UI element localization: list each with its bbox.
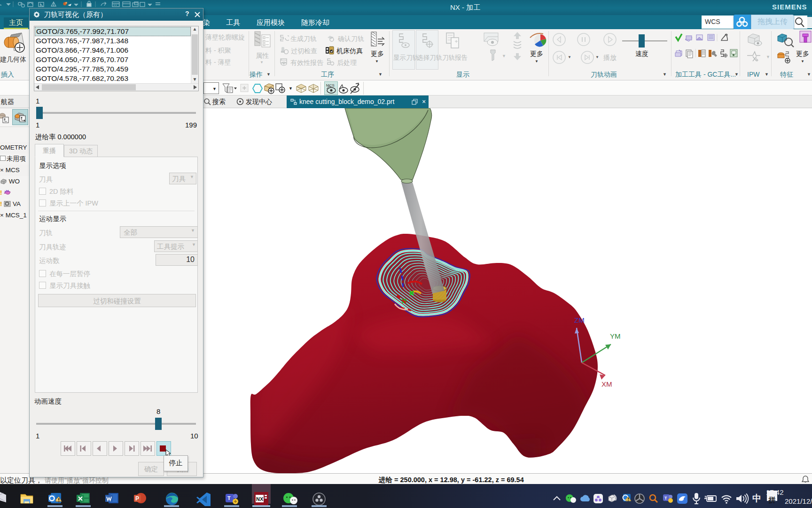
svg-text:T: T — [664, 496, 667, 500]
svg-text:NX: NX — [256, 496, 264, 502]
svg-text:XM: XM — [601, 380, 612, 388]
svg-text:T: T — [227, 495, 231, 501]
svg-text:P: P — [135, 495, 139, 502]
svg-text:ZM: ZM — [574, 316, 585, 324]
svg-text:YM: YM — [610, 332, 621, 340]
